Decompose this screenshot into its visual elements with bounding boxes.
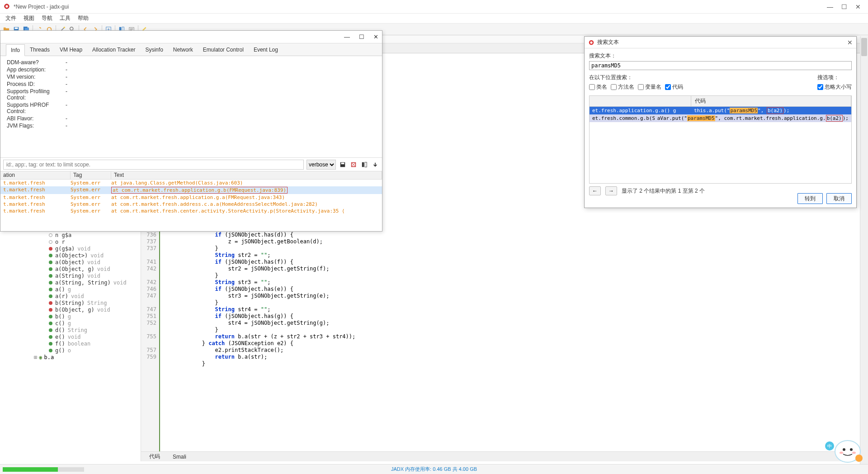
log-level-select[interactable]: verbose <box>307 160 336 170</box>
nav-prev-icon[interactable]: ← <box>589 186 601 195</box>
tree-method[interactable]: a(Object>)void <box>0 252 141 259</box>
tree-method[interactable]: g(g$a)void <box>0 245 141 252</box>
log-row[interactable]: t.market.freshSystem.err at com.rt.marke… <box>0 208 382 214</box>
tab-code[interactable]: 代码 <box>145 452 165 461</box>
menubar: 文件 视图 导航 工具 帮助 <box>0 14 868 24</box>
tree-method[interactable]: n g$a <box>0 232 141 238</box>
tree-method[interactable]: e()void <box>0 333 141 340</box>
search-text-label: 搜索文本： <box>589 52 852 60</box>
info-key: Process ID: <box>7 81 66 87</box>
svg-point-21 <box>843 448 845 451</box>
info-val: - <box>66 123 67 129</box>
tab-eventlog[interactable]: Event Log <box>249 44 283 56</box>
nav-status: 显示了 2 个结果中的第 1 至第 2 个 <box>622 187 705 195</box>
tree-method[interactable]: b(Object, g)void <box>0 306 141 313</box>
tab-sysinfo[interactable]: Sysinfo <box>140 44 168 56</box>
app-icon <box>4 3 11 10</box>
tree-method[interactable]: b(String)String <box>0 299 141 306</box>
info-val: - <box>66 115 67 122</box>
source-code[interactable]: if (jSONObject.has(d)) { z = jSONObject.… <box>160 232 868 451</box>
search-where-label: 在以下位置搜索： <box>589 74 683 81</box>
cancel-button[interactable]: 取消 <box>826 193 852 204</box>
svg-point-24 <box>852 452 856 454</box>
scrollbar-thumb[interactable] <box>861 38 867 56</box>
svg-rect-16 <box>362 162 364 167</box>
tree-method[interactable]: b()g <box>0 313 141 320</box>
monitor-close-icon[interactable]: ✕ <box>373 33 378 40</box>
tab-info[interactable]: Info <box>6 44 25 56</box>
menu-tools[interactable]: 工具 <box>57 14 73 23</box>
tree-method[interactable]: f()boolean <box>0 340 141 347</box>
info-val: - <box>66 66 67 73</box>
results-col-node <box>590 96 691 106</box>
search-result-row[interactable]: et.fresh.application.g.a() gthis.a.put("… <box>590 107 851 114</box>
cb-var[interactable]: 变量名 <box>638 83 661 91</box>
android-monitor-window: — ☐ ✕ Info Threads VM Heap Allocation Tr… <box>0 30 382 232</box>
search-titlebar: 搜索文本 ✕ <box>585 37 856 48</box>
log-body[interactable]: t.market.freshSystem.err at java.lang.Cl… <box>0 180 382 220</box>
cb-code[interactable]: 代码 <box>665 83 683 91</box>
menu-help[interactable]: 帮助 <box>75 14 91 23</box>
info-val: - <box>66 74 67 80</box>
minimize-button[interactable]: — <box>827 3 833 10</box>
nav-next-icon[interactable]: → <box>605 186 617 195</box>
info-key: Supports Profiling Control: <box>7 88 66 101</box>
statusbar: JADX 内存使用率: 0.46 GB 共 4.00 GB <box>0 464 868 474</box>
info-val: - <box>66 81 67 87</box>
tree-method[interactable]: o r <box>0 238 141 245</box>
tree-class[interactable]: ⊞◉b.a <box>0 354 141 361</box>
log-row[interactable]: t.market.freshSystem.err at com.rt.marke… <box>0 186 382 194</box>
tree-method[interactable]: a(Object)void <box>0 259 141 265</box>
maximize-button[interactable]: ☐ <box>841 3 847 10</box>
scroll-lock-icon[interactable] <box>371 161 379 169</box>
tab-network[interactable]: Network <box>168 44 198 56</box>
split-icon[interactable] <box>360 161 368 169</box>
tree-method[interactable]: c()g <box>0 320 141 327</box>
cb-class[interactable]: 类名 <box>589 83 607 91</box>
close-button[interactable]: ✕ <box>855 3 861 10</box>
tab-smali[interactable]: Smali <box>168 453 191 461</box>
tree-method[interactable]: a(Object, g)void <box>0 265 141 272</box>
method-tree[interactable]: n g$ao rg(g$a)voida(Object>)voida(Object… <box>0 232 141 461</box>
tree-method[interactable]: a(String, String)void <box>0 279 141 286</box>
menu-file[interactable]: 文件 <box>3 14 19 23</box>
clear-log-icon[interactable] <box>349 161 358 169</box>
tab-threads[interactable]: Threads <box>25 44 55 56</box>
save-log-icon[interactable] <box>339 161 347 169</box>
main-scrollbar[interactable] <box>860 36 868 464</box>
search-close-icon[interactable]: ✕ <box>847 39 853 46</box>
cb-ignore-case[interactable]: 忽略大小写 <box>817 83 852 91</box>
log-row[interactable]: t.market.freshSystem.err at java.lang.Cl… <box>0 180 382 186</box>
log-header: ation Tag Text <box>0 171 382 180</box>
svg-rect-3 <box>15 27 18 29</box>
goto-button[interactable]: 转到 <box>797 193 823 204</box>
svg-rect-17 <box>365 162 367 167</box>
tree-method[interactable]: a(r)void <box>0 293 141 299</box>
log-col-text: Text <box>111 171 382 179</box>
svg-point-23 <box>840 452 843 454</box>
log-filter-bar: verbose <box>0 158 382 171</box>
log-row[interactable]: t.market.freshSystem.err at com.rt.marke… <box>0 194 382 201</box>
line-gutter: 7367377377417427427467477477517527557577… <box>141 232 160 451</box>
assistant-avatar[interactable]: 中 <box>816 438 863 465</box>
tree-method[interactable]: d()String <box>0 327 141 333</box>
menu-nav[interactable]: 导航 <box>39 14 55 23</box>
code-bottom-tabs: 代码 Smali <box>141 451 868 461</box>
tree-method[interactable]: g()o <box>0 347 141 354</box>
menu-view[interactable]: 视图 <box>21 14 37 23</box>
log-row[interactable]: t.market.freshSystem.err at com.rt.marke… <box>0 201 382 208</box>
search-result-row[interactable]: et.fresh.common.g.b(String, int) Object>… <box>590 114 851 122</box>
monitor-titlebar: — ☐ ✕ <box>0 31 382 43</box>
tree-method[interactable]: a()g <box>0 286 141 293</box>
tab-alloc[interactable]: Allocation Tracker <box>87 44 140 56</box>
lower-pane: n g$ao rg(g$a)voida(Object>)voida(Object… <box>0 232 868 461</box>
tab-vmheap[interactable]: VM Heap <box>55 44 87 56</box>
log-filter-input[interactable] <box>3 160 304 170</box>
monitor-minimize-icon[interactable]: — <box>344 33 350 40</box>
cb-method[interactable]: 方法名 <box>611 83 634 91</box>
search-text-input[interactable] <box>589 61 852 70</box>
tree-method[interactable]: a(String)void <box>0 272 141 279</box>
monitor-maximize-icon[interactable]: ☐ <box>359 33 364 40</box>
monitor-tabs: Info Threads VM Heap Allocation Tracker … <box>0 43 382 56</box>
tab-emulator[interactable]: Emulator Control <box>198 44 249 56</box>
